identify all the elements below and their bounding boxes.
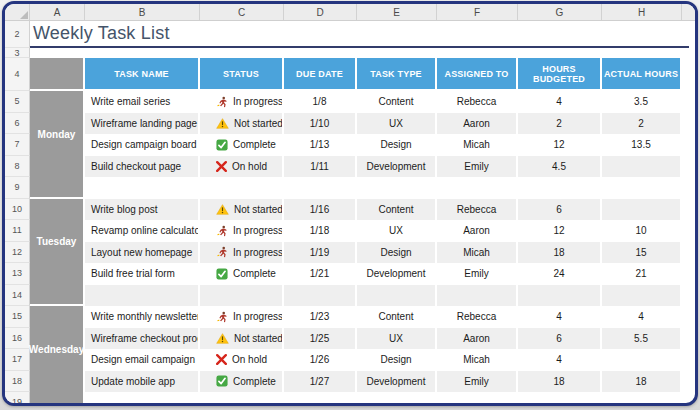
table-column-header[interactable]: ASSIGNED TO xyxy=(437,58,518,91)
column-letter[interactable]: D xyxy=(284,4,357,20)
hours-budgeted-cell[interactable]: 12 xyxy=(518,220,602,242)
task-name-cell[interactable]: Layout new homepage xyxy=(85,242,200,264)
day-group-tuesday[interactable]: Tuesday xyxy=(30,199,85,305)
status-cell[interactable]: In progress xyxy=(200,242,284,264)
empty-cell[interactable] xyxy=(357,177,437,199)
row-number[interactable]: 18 xyxy=(5,371,30,393)
actual-hours-cell[interactable]: 13.5 xyxy=(602,134,682,156)
hours-budgeted-cell[interactable]: 6 xyxy=(518,328,602,350)
table-column-header[interactable]: STATUS xyxy=(200,58,284,91)
due-date-cell[interactable]: 1/11 xyxy=(284,156,357,178)
status-cell[interactable]: On hold xyxy=(200,156,284,178)
assigned-to-cell[interactable]: Emily xyxy=(437,371,518,393)
row-number[interactable]: 4 xyxy=(5,58,30,91)
task-type-cell[interactable]: Design xyxy=(357,349,437,371)
row-number[interactable]: 16 xyxy=(5,328,30,350)
due-date-cell[interactable]: 1/23 xyxy=(284,306,357,328)
hours-budgeted-cell[interactable]: 4 xyxy=(518,91,602,113)
due-date-cell[interactable]: 1/16 xyxy=(284,199,357,221)
row-number[interactable]: 10 xyxy=(5,199,30,221)
task-type-cell[interactable]: Development xyxy=(357,371,437,393)
empty-cell[interactable] xyxy=(284,177,357,199)
row-number[interactable]: 5 xyxy=(5,91,30,113)
empty-cell[interactable] xyxy=(437,285,518,307)
task-type-cell[interactable]: UX xyxy=(357,113,437,135)
row-number[interactable]: 2 xyxy=(5,21,30,48)
task-name-cell[interactable]: Design campaign board xyxy=(85,134,200,156)
row-number[interactable]: 17 xyxy=(5,349,30,371)
assigned-to-cell[interactable]: Micah xyxy=(437,134,518,156)
column-letter[interactable]: H xyxy=(602,4,682,20)
status-cell[interactable]: Not started xyxy=(200,328,284,350)
task-type-cell[interactable]: Development xyxy=(357,156,437,178)
hours-budgeted-cell[interactable]: 24 xyxy=(518,263,602,285)
assigned-to-cell[interactable]: Aaron xyxy=(437,328,518,350)
column-letter[interactable]: C xyxy=(200,4,284,20)
due-date-cell[interactable]: 1/10 xyxy=(284,113,357,135)
row-number[interactable]: 6 xyxy=(5,113,30,135)
task-type-cell[interactable]: Design xyxy=(357,242,437,264)
status-cell[interactable]: Complete xyxy=(200,134,284,156)
status-cell[interactable]: Not started xyxy=(200,113,284,135)
empty-cell[interactable] xyxy=(200,392,284,406)
actual-hours-cell[interactable] xyxy=(602,199,682,221)
empty-cell[interactable] xyxy=(284,285,357,307)
empty-cell[interactable] xyxy=(200,285,284,307)
task-type-cell[interactable]: Content xyxy=(357,306,437,328)
status-cell[interactable]: Complete xyxy=(200,371,284,393)
hours-budgeted-cell[interactable]: 18 xyxy=(518,371,602,393)
task-type-cell[interactable]: UX xyxy=(357,220,437,242)
hours-budgeted-cell[interactable]: 4 xyxy=(518,349,602,371)
task-name-cell[interactable]: Write email series xyxy=(85,91,200,113)
status-cell[interactable]: Not started xyxy=(200,199,284,221)
status-cell[interactable]: In progress xyxy=(200,220,284,242)
assigned-to-cell[interactable]: Aaron xyxy=(437,220,518,242)
empty-cell[interactable] xyxy=(437,177,518,199)
select-all-corner[interactable] xyxy=(5,4,30,20)
empty-cell[interactable] xyxy=(602,392,682,406)
empty-cell[interactable] xyxy=(437,392,518,406)
empty-cell[interactable] xyxy=(357,285,437,307)
hours-budgeted-cell[interactable]: 4 xyxy=(518,306,602,328)
empty-cell[interactable] xyxy=(85,177,200,199)
due-date-cell[interactable]: 1/26 xyxy=(284,349,357,371)
assigned-to-cell[interactable]: Rebecca xyxy=(437,199,518,221)
row-number[interactable]: 13 xyxy=(5,263,30,285)
hours-budgeted-cell[interactable]: 12 xyxy=(518,134,602,156)
assigned-to-cell[interactable]: Emily xyxy=(437,156,518,178)
column-letter[interactable]: B xyxy=(85,4,200,20)
task-name-cell[interactable]: Update mobile app xyxy=(85,371,200,393)
table-column-header[interactable]: TASK TYPE xyxy=(357,58,437,91)
day-group-monday[interactable]: Monday xyxy=(30,91,85,197)
row-number[interactable]: 11 xyxy=(5,220,30,242)
row-number[interactable]: 14 xyxy=(5,285,30,307)
task-type-cell[interactable]: Design xyxy=(357,134,437,156)
hours-budgeted-cell[interactable]: 4.5 xyxy=(518,156,602,178)
actual-hours-cell[interactable]: 18 xyxy=(602,371,682,393)
day-column-header-cell[interactable] xyxy=(30,58,85,91)
task-name-cell[interactable]: Wireframe landing page xyxy=(85,113,200,135)
table-column-header[interactable]: TASK NAME xyxy=(85,58,200,91)
hours-budgeted-cell[interactable]: 18 xyxy=(518,242,602,264)
status-cell[interactable]: Complete xyxy=(200,263,284,285)
title-row[interactable]: Weekly Task List xyxy=(30,21,689,48)
assigned-to-cell[interactable]: Rebecca xyxy=(437,306,518,328)
table-column-header[interactable]: ACTUAL HOURS xyxy=(602,58,682,91)
due-date-cell[interactable]: 1/8 xyxy=(284,91,357,113)
empty-cell[interactable] xyxy=(518,392,602,406)
task-type-cell[interactable]: Development xyxy=(357,263,437,285)
actual-hours-cell[interactable]: 21 xyxy=(602,263,682,285)
due-date-cell[interactable]: 1/25 xyxy=(284,328,357,350)
due-date-cell[interactable]: 1/18 xyxy=(284,220,357,242)
table-column-header[interactable]: DUE DATE xyxy=(284,58,357,91)
actual-hours-cell[interactable]: 3.5 xyxy=(602,91,682,113)
table-column-header[interactable]: HOURS BUDGETED xyxy=(518,58,602,91)
assigned-to-cell[interactable]: Rebecca xyxy=(437,91,518,113)
row-number[interactable]: 9 xyxy=(5,177,30,199)
column-letter[interactable]: E xyxy=(357,4,437,20)
empty-cell[interactable] xyxy=(602,285,682,307)
due-date-cell[interactable]: 1/21 xyxy=(284,263,357,285)
task-name-cell[interactable]: Wireframe checkout process xyxy=(85,328,200,350)
column-letter[interactable]: A xyxy=(30,4,85,20)
assigned-to-cell[interactable]: Aaron xyxy=(437,113,518,135)
